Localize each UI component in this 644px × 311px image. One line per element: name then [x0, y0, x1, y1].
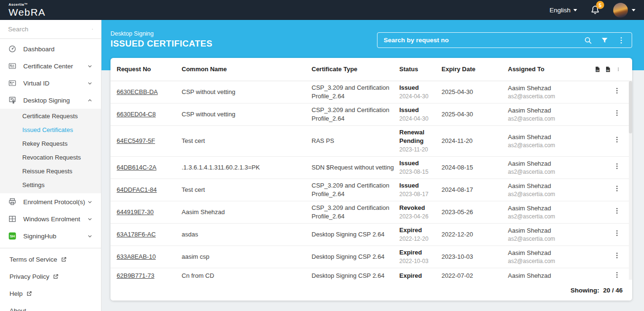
sidebar-subitem-issued-certificates[interactable]: Issued Certificates: [0, 123, 101, 137]
row-actions-kebab-icon[interactable]: [613, 229, 621, 237]
request-no-link[interactable]: 633A8EAB-10: [117, 253, 156, 260]
sidebar-subitem-label: Rekey Requests: [22, 140, 67, 147]
status-date: 2022-12-20: [399, 236, 428, 242]
row-actions-kebab-icon[interactable]: [613, 86, 621, 95]
search-icon[interactable]: [92, 25, 93, 33]
search-icon[interactable]: [584, 36, 592, 45]
sidebar-item-label: Windows Enrolment: [23, 216, 87, 223]
row-actions-kebab-icon[interactable]: [613, 162, 621, 170]
footer-link-about[interactable]: About: [0, 302, 101, 311]
brand-company: Ascertia™: [9, 3, 46, 7]
request-no-link[interactable]: 64EC5497-5F: [117, 137, 155, 144]
row-actions-kebab-icon[interactable]: [613, 184, 621, 193]
sidebar-subitem-revocation-requests[interactable]: Revocation Requests: [0, 151, 101, 164]
sidebar-menu: DashboardCertificate CenterVirtual IDDes…: [0, 39, 101, 245]
footer-link-terms-of-service[interactable]: Terms of Service: [0, 251, 101, 268]
certificates-table: 6630ECBB-DACSP without vettingCSP_3.209 …: [110, 81, 632, 280]
export-csv-icon[interactable]: CSV: [595, 65, 600, 74]
search-input[interactable]: [8, 26, 92, 33]
chevron-down-icon: [87, 199, 93, 205]
table-options-kebab-icon[interactable]: [616, 65, 621, 74]
expiry-date-cell: 2022-12-20: [442, 231, 473, 238]
sidebar-subitem-certificate-requests[interactable]: Certificate Requests: [0, 109, 101, 123]
sidebar-item-windows-enrolment[interactable]: Windows Enrolment: [0, 210, 101, 227]
sidebar-item-desktop-signing[interactable]: Desktop Signing: [0, 92, 101, 109]
request-search-input[interactable]: [384, 37, 576, 44]
row-actions-kebab-icon[interactable]: [613, 109, 621, 117]
sidebar-subitem-label: Revocation Requests: [22, 154, 81, 161]
external-link-icon: [26, 291, 32, 297]
certificate-type-cell: Desktop Signing CSP 2.64: [312, 253, 385, 260]
common-name-cell: CSP without vetting: [182, 88, 235, 95]
sidebar-item-certificate-center[interactable]: Certificate Center: [0, 57, 101, 75]
request-no-link[interactable]: 64DDFAC1-84: [117, 186, 157, 193]
assigned-to-name: Aasim Shehzad: [508, 160, 591, 168]
chevron-up-icon: [87, 97, 93, 104]
windows-enrolment-icon: [8, 215, 17, 223]
table-row: 64DB614C-2A.1.3.6.1.4.1.311.60.2.1.3=PKS…: [110, 156, 632, 179]
expiry-date-cell: 2024-08-15: [442, 164, 473, 171]
status-badge: Issued: [399, 181, 438, 190]
sidebar-item-label: Virtual ID: [23, 80, 87, 87]
request-no-link[interactable]: 6630ED04-C8: [117, 111, 156, 118]
assigned-to-name: Aasim Shehzad: [508, 106, 591, 115]
expiry-date-cell: 2024-11-20: [442, 137, 473, 144]
table-row: 64DDFAC1-84Test certCSP_3.209 and Certif…: [110, 179, 632, 201]
request-no-link[interactable]: 6630ECBB-DA: [117, 88, 158, 95]
request-no-link[interactable]: 62B9B771-73: [117, 272, 155, 279]
sidebar-item-label: Certificate Center: [23, 63, 87, 70]
breadcrumb: Desktop Signing: [110, 30, 212, 37]
sidebar: DashboardCertificate CenterVirtual IDDes…: [0, 20, 101, 311]
footer-link-label: Terms of Service: [9, 256, 57, 263]
common-name-cell: Cn from CD: [182, 272, 214, 279]
common-name-cell: Aasim Shehzad: [182, 208, 225, 216]
row-actions-kebab-icon[interactable]: [613, 251, 621, 260]
expiry-date-cell: 2023-10-03: [442, 253, 473, 260]
status-badge: Renewal Pending: [399, 128, 438, 145]
sidebar-item-dashboard[interactable]: Dashboard: [0, 40, 101, 57]
expiry-date-cell: 2025-04-30: [442, 88, 473, 95]
row-actions-kebab-icon[interactable]: [613, 135, 621, 144]
sidebar-subitem-reissue-requests[interactable]: Reissue Requests: [0, 164, 101, 178]
sidebar-item-signinghub[interactable]: SHSigningHub: [0, 227, 101, 245]
svg-text:CSV: CSV: [596, 70, 599, 72]
certificate-type-cell: SDN $Request without vetting: [312, 164, 394, 171]
language-selector[interactable]: English: [550, 7, 577, 14]
sidebar-item-label: SigningHub: [23, 233, 87, 240]
request-no-link[interactable]: 644919E7-30: [117, 208, 154, 216]
footer-link-help[interactable]: Help: [0, 285, 101, 302]
column-header-expiry-date: Expiry Date: [442, 58, 508, 81]
request-no-link[interactable]: 63A178F6-AC: [117, 231, 156, 238]
sidebar-subitem-rekey-requests[interactable]: Rekey Requests: [0, 137, 101, 151]
footer-link-privacy-policy[interactable]: Privacy Policy: [0, 268, 101, 285]
user-menu[interactable]: [613, 3, 635, 18]
status-badge: Issued: [399, 84, 438, 92]
common-name-cell: asdas: [182, 231, 198, 238]
assigned-to-name: Aasim Shehzad: [508, 272, 591, 280]
export-pdf-icon[interactable]: PDF: [606, 65, 610, 74]
sidebar-submenu: Certificate RequestsIssued CertificatesR…: [0, 109, 101, 193]
filter-icon[interactable]: [600, 36, 609, 45]
sidebar-item-enrolment-protocol-s[interactable]: Enrolment Protocol(s): [0, 193, 101, 210]
notification-badge: 5: [596, 1, 604, 9]
table-row: 64EC5497-5FTest certRAS PSRenewal Pendin…: [110, 125, 632, 156]
sidebar-subitem-settings[interactable]: Settings: [0, 178, 101, 192]
certificate-type-cell: CSP_3.209 and Certification Profile_2.64: [312, 106, 389, 122]
table-footer: Showing: 20 / 46: [110, 280, 632, 301]
sidebar-item-virtual-id[interactable]: Virtual ID: [0, 75, 101, 92]
assigned-to-name: Aasim Shehzad: [508, 249, 591, 257]
app-logo[interactable]: Ascertia™ WebRA: [9, 3, 46, 18]
row-actions-kebab-icon[interactable]: [613, 207, 621, 215]
desktop-signing-icon: [8, 96, 17, 104]
notifications-button[interactable]: 5: [589, 4, 601, 16]
table-scrollbar[interactable]: [629, 81, 632, 280]
assigned-to-name: Aasim Shehzad: [508, 84, 591, 93]
sidebar-footer: Terms of ServicePrivacy PolicyHelpAbout: [0, 248, 101, 311]
sidebar-subitem-label: Settings: [22, 181, 45, 188]
certificate-type-cell: CSP_3.209 and Certification Profile_2.64: [312, 182, 389, 198]
status-badge: Issued: [399, 159, 438, 168]
row-actions-kebab-icon[interactable]: [613, 271, 621, 279]
more-options-icon[interactable]: [617, 36, 626, 45]
svg-text:PDF: PDF: [607, 70, 609, 72]
request-no-link[interactable]: 64DB614C-2A: [117, 164, 156, 171]
